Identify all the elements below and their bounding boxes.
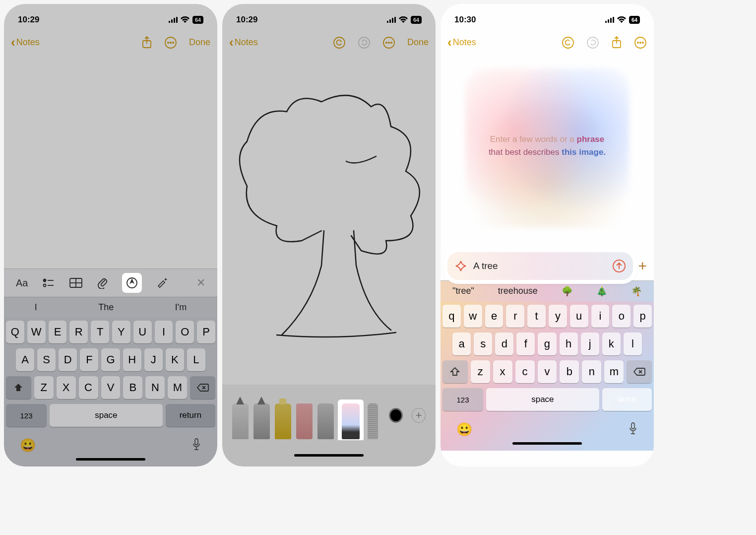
back-button[interactable]: ‹ Notes: [447, 35, 476, 50]
pencil-tool[interactable]: [317, 403, 334, 439]
done-key[interactable]: done: [602, 388, 652, 411]
space-key[interactable]: space: [486, 388, 599, 411]
key-k[interactable]: k: [602, 333, 621, 355]
key-c[interactable]: C: [79, 376, 98, 399]
key-q[interactable]: q: [442, 305, 461, 328]
suggestion-3[interactable]: I'm: [175, 302, 187, 313]
key-d[interactable]: d: [495, 333, 513, 355]
close-toolbar-button[interactable]: ✕: [196, 276, 205, 289]
numbers-key[interactable]: 123: [442, 388, 483, 411]
key-t[interactable]: T: [91, 321, 109, 343]
key-r[interactable]: r: [506, 305, 524, 328]
key-x[interactable]: x: [493, 360, 512, 383]
key-m[interactable]: M: [168, 376, 187, 399]
shift-key[interactable]: [442, 360, 468, 383]
key-q[interactable]: Q: [6, 321, 24, 343]
back-button[interactable]: ‹ Notes: [229, 35, 258, 50]
highlighter-tool[interactable]: [275, 403, 291, 439]
drawing-canvas[interactable]: [222, 57, 436, 385]
key-z[interactable]: Z: [34, 376, 54, 399]
key-x[interactable]: X: [57, 376, 76, 399]
key-h[interactable]: h: [560, 333, 578, 355]
emoji-suggestion-3[interactable]: 🌴: [631, 286, 642, 297]
share-icon[interactable]: [611, 36, 622, 49]
key-s[interactable]: S: [37, 348, 56, 371]
suggestion-1[interactable]: "tree": [452, 286, 474, 297]
key-a[interactable]: A: [16, 348, 34, 371]
key-h[interactable]: H: [123, 348, 141, 371]
emoji-key[interactable]: 😀: [20, 438, 36, 453]
key-p[interactable]: P: [197, 321, 215, 343]
key-a[interactable]: a: [452, 333, 471, 355]
key-f[interactable]: F: [80, 348, 98, 371]
home-indicator[interactable]: [76, 458, 145, 461]
space-key[interactable]: space: [50, 404, 163, 427]
key-n[interactable]: n: [582, 360, 601, 383]
add-element-button[interactable]: +: [638, 258, 647, 274]
key-j[interactable]: j: [581, 333, 599, 355]
key-v[interactable]: V: [101, 376, 121, 399]
key-e[interactable]: e: [485, 305, 504, 328]
shift-key[interactable]: [6, 376, 31, 399]
key-i[interactable]: I: [155, 321, 173, 343]
suggestion-1[interactable]: I: [35, 302, 37, 313]
key-z[interactable]: z: [471, 360, 490, 383]
ruler-tool[interactable]: [368, 403, 378, 439]
suggestion-2[interactable]: The: [98, 302, 114, 313]
magic-button[interactable]: [156, 277, 169, 289]
note-body[interactable]: [4, 57, 217, 268]
undo-button[interactable]: [333, 36, 346, 49]
backspace-key[interactable]: [190, 376, 215, 399]
more-icon[interactable]: [382, 36, 395, 49]
key-p[interactable]: p: [633, 305, 652, 328]
key-b[interactable]: b: [560, 360, 579, 383]
add-tool-button[interactable]: +: [412, 408, 426, 423]
emoji-suggestion-1[interactable]: 🌳: [562, 286, 572, 297]
key-n[interactable]: N: [145, 376, 165, 399]
key-j[interactable]: J: [144, 348, 163, 371]
backspace-key[interactable]: [627, 360, 652, 383]
key-v[interactable]: v: [538, 360, 557, 383]
key-l[interactable]: l: [624, 333, 642, 355]
key-t[interactable]: t: [527, 305, 546, 328]
back-button[interactable]: ‹ Notes: [11, 35, 40, 50]
pen-tool[interactable]: [232, 403, 249, 439]
text-format-button[interactable]: Aa: [16, 277, 28, 289]
fine-pen-tool[interactable]: [253, 403, 270, 439]
home-indicator[interactable]: [512, 442, 582, 445]
share-icon[interactable]: [141, 36, 152, 49]
return-key[interactable]: return: [166, 404, 215, 427]
key-f[interactable]: f: [516, 333, 535, 355]
more-icon[interactable]: [164, 36, 177, 49]
image-wand-tool[interactable]: [339, 401, 363, 439]
key-i[interactable]: i: [591, 305, 610, 328]
key-e[interactable]: E: [49, 321, 67, 343]
key-l[interactable]: L: [187, 348, 205, 371]
checklist-button[interactable]: [43, 278, 55, 288]
suggestion-2[interactable]: treehouse: [498, 286, 538, 297]
markup-button[interactable]: [123, 274, 141, 292]
key-r[interactable]: R: [69, 321, 88, 343]
key-w[interactable]: W: [27, 321, 46, 343]
done-button[interactable]: Done: [407, 37, 429, 48]
dictation-key[interactable]: [191, 438, 201, 453]
key-b[interactable]: B: [123, 376, 142, 399]
table-button[interactable]: [69, 278, 82, 288]
undo-button[interactable]: [562, 36, 574, 49]
color-picker[interactable]: [389, 408, 403, 423]
key-d[interactable]: D: [59, 348, 77, 371]
key-u[interactable]: U: [133, 321, 152, 343]
key-o[interactable]: o: [612, 305, 630, 328]
key-k[interactable]: K: [166, 348, 184, 371]
key-m[interactable]: m: [604, 360, 624, 383]
key-u[interactable]: u: [570, 305, 588, 328]
submit-button[interactable]: [612, 259, 626, 273]
key-g[interactable]: G: [101, 348, 120, 371]
more-icon[interactable]: [634, 36, 647, 49]
dictation-key[interactable]: [628, 422, 638, 437]
prompt-input[interactable]: A tree: [473, 261, 606, 271]
emoji-suggestion-2[interactable]: 🎄: [596, 286, 607, 297]
redo-button[interactable]: [358, 36, 371, 49]
key-y[interactable]: y: [549, 305, 567, 328]
key-w[interactable]: w: [464, 305, 482, 328]
